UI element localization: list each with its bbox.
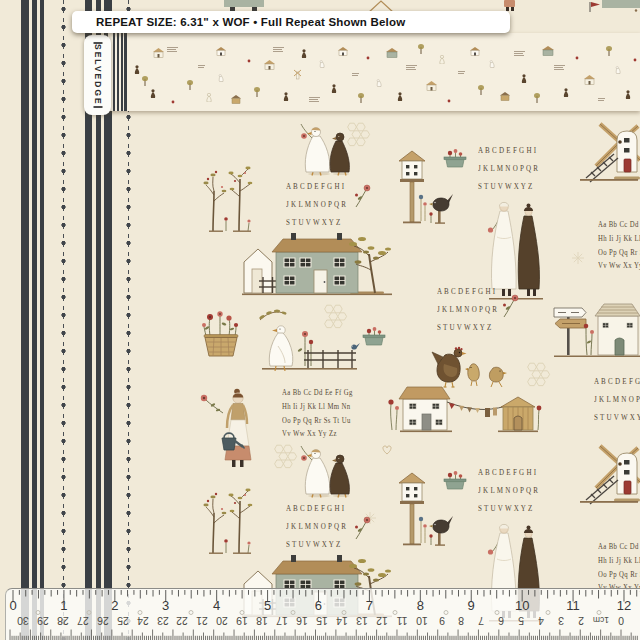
ruler-inch-label: 9 <box>468 598 475 613</box>
goose-fence-motif <box>252 306 362 372</box>
planter-motif <box>443 148 467 168</box>
alphabet-block-uppercase-clipped: A B C D E F G H I J K L M N O P Q R S T … <box>594 373 640 427</box>
trees-flowers-motif <box>201 157 256 235</box>
ruler-inch-label: 8 <box>417 598 424 613</box>
preview-motif-fg <box>397 87 403 105</box>
preview-selvedge-stripe <box>113 33 115 111</box>
ruler-cm-label: 11 <box>396 615 407 627</box>
alphabet-line: A B C D E F G H I <box>478 142 539 160</box>
preview-motif-tr <box>605 42 613 60</box>
hen-chicks-motif <box>430 344 510 388</box>
preview-motif-h2 <box>499 87 511 105</box>
planter-motif <box>362 326 386 346</box>
windmill-motif <box>580 448 640 510</box>
ruler-cm-label: 28 <box>57 615 69 627</box>
crow-on-post-motif <box>427 511 453 547</box>
ruler-cm-label: 18 <box>256 615 268 627</box>
preview-selvedge-stripe <box>121 33 123 111</box>
ruler-cm-label: 3 <box>558 615 564 627</box>
alphabet-line: A B C D E F G H I <box>286 178 347 196</box>
flower-basket-motif <box>196 310 246 368</box>
alphabet-line: Aa Bb Cc Dd Ee Ff Gg <box>282 386 353 400</box>
ruler-inch-label: 4 <box>213 598 220 613</box>
alphabet-line: Hh Ii Jj Kk Ll Mm Nn <box>598 554 640 568</box>
laundry-scene-motif <box>388 386 544 442</box>
ruler-cm-label: 9 <box>439 615 445 627</box>
preview-motif-h2 <box>230 90 242 108</box>
ruler-cm-label: 14 <box>336 615 348 627</box>
ruler-cm-label: 24 <box>137 615 149 627</box>
alphabet-block-lowercase-clipped: Aa Bb Cc Dd Ee Ff Gg Hh Ii Jj Kk Ll Mm N… <box>598 218 640 273</box>
ruler-inch-label: 11 <box>566 598 580 613</box>
preview-motif-ht <box>263 56 276 74</box>
ruler-cm-label: 15 <box>316 615 328 627</box>
alphabet-line: J K L M N O P Q R <box>286 518 347 536</box>
preview-motif-tr <box>477 81 485 99</box>
preview-motif-ht <box>425 77 438 95</box>
preview-motif-fg <box>563 83 569 101</box>
ruler-cm-label: 8 <box>459 615 465 627</box>
flower-sprig <box>500 292 520 318</box>
ruler-cm-label: 27 <box>77 615 89 627</box>
preview-motif-dt <box>633 48 637 66</box>
alphabet-line: Oo Pp Qq Rr Ss Tt Uu <box>598 246 640 260</box>
alphabet-line: S T U V W X Y Z <box>478 178 539 196</box>
alphabet-block-uppercase: A B C D E F G H I J K L M N O P Q R S T … <box>437 283 498 337</box>
flower-sprig <box>352 514 372 540</box>
fabric-swatch-image: A B C D E F G H I J K L M N O P Q R S T … <box>0 0 640 640</box>
alphabet-line: Aa Bb Cc Dd Ee Ff Gg <box>598 540 640 554</box>
preview-motif-ht <box>583 71 596 89</box>
alphabet-line: Vv Ww Xx Yy Zz <box>598 259 640 273</box>
preview-motif-tr <box>417 40 425 58</box>
preview-motif-dt <box>171 90 175 108</box>
ruler-cm-label: 26 <box>97 615 109 627</box>
ruler-cm-label: 21 <box>197 615 209 627</box>
preview-motif-fg <box>150 84 156 102</box>
alphabet-line: J K L M N O P Q R <box>594 391 640 409</box>
preview-motif-gs <box>319 54 326 72</box>
preview-motif-fg <box>331 79 337 97</box>
preview-motif-gs <box>376 73 383 91</box>
preview-motif-fg <box>301 44 307 62</box>
preview-motif-tr <box>533 89 541 107</box>
alphabet-block-lowercase: Aa Bb Cc Dd Ee Ff Gg Hh Ii Jj Kk Ll Mm N… <box>282 386 353 441</box>
preview-motif-fw <box>439 50 445 68</box>
ruler-cm-label: 12 <box>376 615 388 627</box>
preview-motif-tr <box>357 89 365 107</box>
selvedge-label-text: SELVEDGE <box>93 44 103 106</box>
alphabet-line: A B C D E F G H I <box>286 500 347 518</box>
preview-motif-ht <box>152 44 165 62</box>
preview-motif-ts <box>597 89 606 107</box>
heart-decoration <box>381 444 393 456</box>
ruler-inch-label: 2 <box>111 598 118 613</box>
honeycomb-decoration <box>525 362 551 386</box>
starburst-decoration <box>570 250 586 266</box>
crow-on-post-motif <box>427 189 453 225</box>
preview-motif-tr <box>253 83 261 101</box>
ruler-inch-label: 10 <box>515 598 529 613</box>
preview-motif-fg <box>625 85 631 103</box>
ruler-cm-label: 22 <box>177 615 189 627</box>
watering-woman-motif <box>196 386 256 476</box>
ruler-inch-label: 1 <box>60 598 67 613</box>
repeat-size-banner: REPEAT SIZE: 6.31" x WOF • Full Repeat S… <box>72 11 510 33</box>
preview-motif-tx <box>272 40 285 58</box>
preview-motif-hw <box>337 42 349 60</box>
selvedge-stripe <box>40 0 44 640</box>
preview-selvedge-stripe <box>124 33 127 111</box>
alphabet-line: Hh Ii Jj Kk Ll Mm Nn <box>282 400 353 414</box>
goose-pair-motif <box>293 116 355 176</box>
cut-flag-roof <box>584 0 640 12</box>
selvedge-stripe <box>21 0 29 640</box>
ruler-cm-label: 7 <box>478 615 484 627</box>
preview-motif-gs <box>218 68 225 86</box>
alphabet-line: S T U V W X Y Z <box>286 536 347 554</box>
ruler-cm-label: 13 <box>356 615 368 627</box>
ruler-cm-label: 2 <box>578 615 584 627</box>
preview-motif-hw <box>215 42 227 60</box>
flower-sprig <box>352 182 372 208</box>
birdhouse-motif <box>397 149 427 225</box>
preview-motif-hw <box>469 42 481 60</box>
selvedge-label: SELVEDGE <box>84 35 111 115</box>
ruler-inch-label: 3 <box>162 598 169 613</box>
